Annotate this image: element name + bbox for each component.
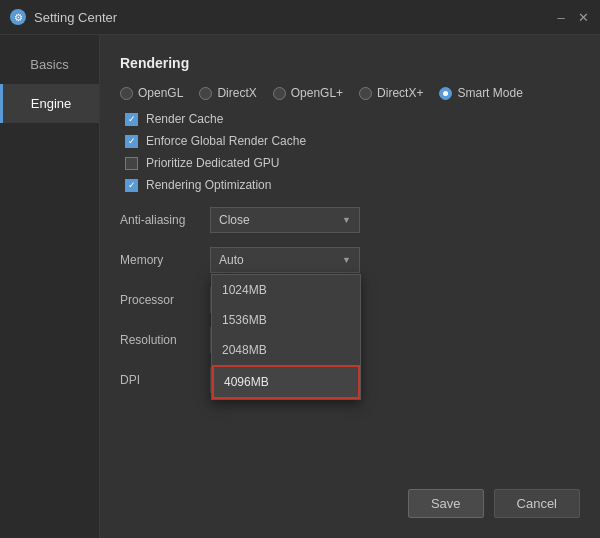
- sidebar-item-basics[interactable]: Basics: [0, 45, 99, 84]
- title-bar: ⚙ Setting Center – ✕: [0, 0, 600, 35]
- checkbox-rendercache[interactable]: Render Cache: [125, 112, 580, 126]
- radio-directx-circle: [199, 87, 212, 100]
- checkbox-dedicatedgpu[interactable]: Prioritize Dedicated GPU: [125, 156, 580, 170]
- save-button[interactable]: Save: [408, 489, 484, 518]
- memory-option-1536[interactable]: 1536MB: [212, 305, 360, 335]
- chevron-down-icon: ▼: [342, 215, 351, 225]
- checkbox-globalcache[interactable]: Enforce Global Render Cache: [125, 134, 580, 148]
- app-title: Setting Center: [34, 10, 554, 25]
- rendering-mode-group: OpenGL DirectX OpenGL+ DirectX+ Smart Mo…: [120, 86, 580, 100]
- checkbox-rendercache-box: [125, 113, 138, 126]
- label-memory: Memory: [120, 253, 210, 267]
- memory-option-2048[interactable]: 2048MB: [212, 335, 360, 365]
- sidebar-item-engine[interactable]: Engine: [0, 84, 99, 123]
- cancel-button[interactable]: Cancel: [494, 489, 580, 518]
- label-antialiasing: Anti-aliasing: [120, 213, 210, 227]
- chevron-down-icon: ▼: [342, 255, 351, 265]
- memory-option-1024[interactable]: 1024MB: [212, 275, 360, 305]
- app-icon: ⚙: [10, 9, 26, 25]
- close-button[interactable]: ✕: [576, 10, 590, 24]
- checkbox-dedicatedgpu-box: [125, 157, 138, 170]
- label-resolution: Resolution: [120, 333, 210, 347]
- checkbox-renderingopt-box: [125, 179, 138, 192]
- content-area: Rendering OpenGL DirectX OpenGL+ DirectX…: [100, 35, 600, 538]
- radio-opengl-circle: [120, 87, 133, 100]
- footer-buttons: Save Cancel: [408, 489, 580, 518]
- checkbox-globalcache-box: [125, 135, 138, 148]
- radio-openglplus[interactable]: OpenGL+: [273, 86, 343, 100]
- radio-directxplus[interactable]: DirectX+: [359, 86, 423, 100]
- minimize-button[interactable]: –: [554, 10, 568, 24]
- memory-option-4096[interactable]: 4096MB: [212, 365, 360, 399]
- label-dpi: DPI: [120, 373, 210, 387]
- radio-directx[interactable]: DirectX: [199, 86, 256, 100]
- radio-directxplus-circle: [359, 87, 372, 100]
- select-antialiasing[interactable]: Close ▼: [210, 207, 360, 233]
- main-layout: Basics Engine Rendering OpenGL DirectX O…: [0, 35, 600, 538]
- sidebar: Basics Engine: [0, 35, 100, 538]
- window-controls: – ✕: [554, 10, 590, 24]
- memory-dropdown: 1024MB 1536MB 2048MB 4096MB: [211, 274, 361, 400]
- radio-smartmode[interactable]: Smart Mode: [439, 86, 522, 100]
- checkbox-group: Render Cache Enforce Global Render Cache…: [125, 112, 580, 192]
- radio-smartmode-circle: [439, 87, 452, 100]
- checkbox-renderingopt[interactable]: Rendering Optimization: [125, 178, 580, 192]
- label-processor: Processor: [120, 293, 210, 307]
- radio-opengl[interactable]: OpenGL: [120, 86, 183, 100]
- radio-openglplus-circle: [273, 87, 286, 100]
- field-memory: Memory Auto ▼ 1024MB 1536MB 2048MB 4096M…: [120, 247, 580, 273]
- section-title: Rendering: [120, 55, 580, 71]
- select-memory[interactable]: Auto ▼ 1024MB 1536MB 2048MB 4096MB: [210, 247, 360, 273]
- field-antialiasing: Anti-aliasing Close ▼: [120, 207, 580, 233]
